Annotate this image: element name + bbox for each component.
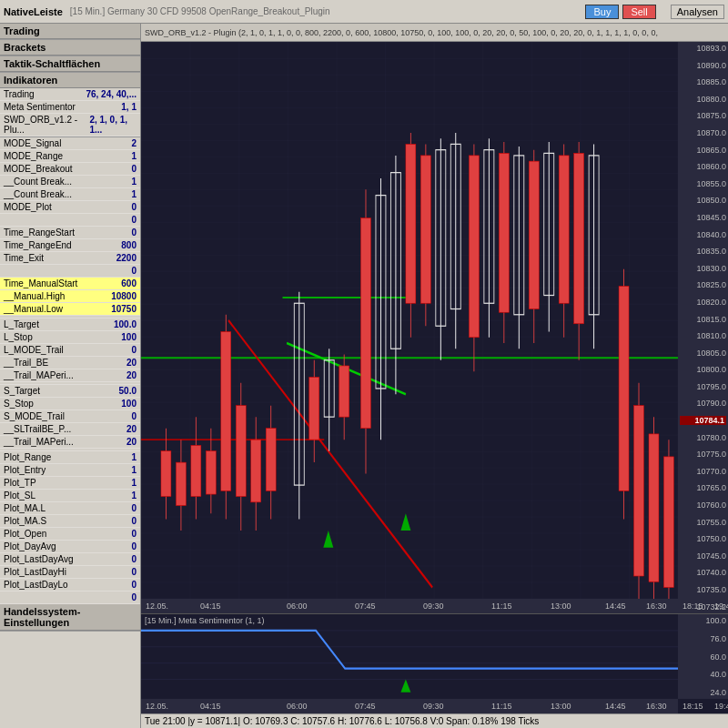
sidebar-title-taktik: Taktik-Schaltflächen [0, 56, 140, 72]
status-bar: Tue 21:00 |y = 10871.1| O: 10769.3 C: 10… [141, 713, 728, 728]
param-empty2: 0 [0, 265, 140, 278]
param-plot-tp[interactable]: Plot_TP1 [0, 477, 140, 490]
param-time-exit[interactable]: Time_Exit2200 [0, 252, 140, 265]
price-axis: 10893.0 10890.0 10885.0 10880.0 10875.0 … [678, 42, 728, 613]
svg-rect-58 [559, 156, 569, 303]
svg-rect-40 [420, 156, 430, 303]
param-mode-breakout[interactable]: MODE_Breakout0 [0, 163, 140, 176]
param-plot-open[interactable]: Plot_Open0 [0, 528, 140, 541]
sell-button[interactable]: Sell [622, 5, 655, 19]
sidebar: Trading Brackets Taktik-Schaltflächen In… [0, 24, 141, 728]
sidebar-title-brackets: Brackets [0, 40, 140, 56]
sub-price-axis: 100.0 76.0 60.0 40.0 24.0 [678, 614, 728, 699]
param-trail-maperi-1[interactable]: __Trail_MAPeri...20 [0, 369, 140, 382]
sidebar-title-handelssystem: Handelssystem-Einstellungen [0, 604, 140, 631]
sidebar-title-trading: Trading [0, 24, 140, 39]
sub-chart-svg [141, 614, 678, 699]
svg-rect-18 [236, 406, 246, 497]
svg-rect-30 [339, 366, 349, 417]
window-title: [15 Min.] Germany 30 CFD 99508 OpenRange… [70, 6, 330, 16]
param-s-stop[interactable]: S_Stop100 [0, 398, 140, 410]
param-empty6: 0 [0, 592, 140, 604]
param-time-manualstart[interactable]: Time_ManualStart600 [0, 278, 140, 290]
sidebar-indicator-params: MODE_Signal2 MODE_Range1 MODE_Breakout0 … [0, 137, 140, 604]
svg-rect-12 [191, 445, 201, 496]
svg-rect-32 [360, 218, 370, 429]
app: NativeLeiste [15 Min.] Germany 30 CFD 99… [0, 0, 728, 728]
param-time-rangeend[interactable]: Time_RangeEnd800 [0, 239, 140, 252]
svg-rect-46 [469, 156, 479, 338]
current-price: 10784.1 [680, 416, 726, 425]
sub-time-axis: 12.05. 04:15 06:00 07:45 09:30 11:15 13:… [141, 699, 678, 713]
sidebar-section-indikatoren: Indikatoren Trading 76, 24, 40,... Meta … [0, 73, 140, 137]
param-trail-be[interactable]: __Trail_BE20 [0, 357, 140, 369]
svg-rect-26 [309, 377, 319, 440]
buy-button[interactable]: Buy [585, 5, 619, 19]
param-s-mode-trail[interactable]: S_MODE_Trail0 [0, 410, 140, 423]
svg-rect-10 [176, 462, 186, 505]
param-plot-mas[interactable]: Plot_MA.S0 [0, 515, 140, 528]
svg-rect-14 [206, 451, 216, 494]
param-plot-lastdayavg[interactable]: Plot_LastDayAvg0 [0, 553, 140, 566]
svg-rect-50 [499, 153, 509, 312]
sidebar-section-trading: Trading [0, 24, 140, 40]
chart-header: SWD_ORB_v1.2 - Plugin (2, 1, 0, 1, 1, 0,… [141, 24, 728, 42]
param-s-target[interactable]: S_Target50.0 [0, 385, 140, 398]
param-count-break-2[interactable]: __Count Break...1 [0, 188, 140, 201]
sidebar-section-brackets: Brackets [0, 40, 140, 56]
param-manual-high[interactable]: __Manual.High10800 [0, 290, 140, 303]
param-plot-mal[interactable]: Plot_MA.L0 [0, 502, 140, 515]
param-l-mode-trail[interactable]: L_MODE_Trail0 [0, 344, 140, 357]
svg-rect-54 [529, 161, 539, 308]
sidebar-item-trading[interactable]: Trading 76, 24, 40,... [0, 88, 140, 101]
param-plot-range[interactable]: Plot_Range1 [0, 451, 140, 464]
status-text: Tue 21:00 |y = 10871.1| O: 10769.3 C: 10… [145, 716, 539, 726]
sidebar-title-indikatoren: Indikatoren [0, 73, 140, 88]
sidebar-item-meta-sentimentor[interactable]: Meta Sentimentor 1, 1 [0, 101, 140, 114]
param-plot-dayavg[interactable]: Plot_DayAvg0 [0, 541, 140, 553]
param-mode-signal[interactable]: MODE_Signal2 [0, 137, 140, 150]
param-plot-sl[interactable]: Plot_SL1 [0, 490, 140, 502]
svg-rect-20 [251, 440, 261, 502]
svg-rect-64 [619, 287, 629, 491]
svg-rect-70 [663, 457, 673, 588]
param-l-target[interactable]: L_Target100.0 [0, 318, 140, 331]
param-mode-plot[interactable]: MODE_Plot0 [0, 201, 140, 214]
param-empty1: 0 [0, 214, 140, 227]
chart-area: SWD_ORB_v1.2 - Plugin (2, 1, 0, 1, 1, 0,… [141, 24, 728, 728]
param-sltrailbe[interactable]: __SLTrailBE_P...20 [0, 423, 140, 436]
analysen-tab[interactable]: Analysen [671, 5, 724, 19]
time-axis: 12.05. 04:15 06:00 07:45 09:30 11:15 13:… [141, 599, 678, 613]
sidebar-item-swd-orb[interactable]: SWD_ORB_v1.2 - Plu... 2, 1, 0, 1, 1... [0, 114, 140, 136]
param-plot-lastdayhi[interactable]: Plot_LastDayHi0 [0, 566, 140, 579]
param-trail-maperi-2[interactable]: __Trail_MAPeri...20 [0, 436, 140, 449]
sidebar-section-taktik: Taktik-Schaltflächen [0, 56, 140, 73]
charts-container: 10893.0 10890.0 10885.0 10880.0 10875.0 … [141, 42, 728, 713]
candlestick-chart [141, 42, 678, 599]
main-container: Trading Brackets Taktik-Schaltflächen In… [0, 24, 728, 728]
chart-header-indicator: SWD_ORB_v1.2 - Plugin (2, 1, 0, 1, 1, 0,… [145, 28, 658, 37]
svg-rect-60 [574, 153, 584, 323]
param-plot-lastdaylo[interactable]: Plot_LastDayLo0 [0, 579, 140, 592]
param-manual-low[interactable]: __Manual.Low10750 [0, 303, 140, 316]
svg-rect-66 [634, 406, 644, 576]
svg-rect-22 [266, 429, 276, 491]
svg-rect-1 [141, 42, 678, 599]
toolbar: NativeLeiste [15 Min.] Germany 30 CFD 99… [0, 0, 728, 24]
svg-rect-38 [406, 144, 416, 303]
sub-chart-title: [15 Min.] Meta Sentimentor (1, 1) [145, 616, 265, 625]
param-count-break-1[interactable]: __Count Break...1 [0, 176, 140, 188]
param-time-rangestart[interactable]: Time_RangeStart0 [0, 227, 140, 239]
svg-rect-8 [161, 451, 171, 497]
main-chart[interactable]: 10893.0 10890.0 10885.0 10880.0 10875.0 … [141, 42, 728, 613]
param-plot-entry[interactable]: Plot_Entry1 [0, 464, 140, 477]
svg-rect-71 [141, 614, 678, 699]
chart-canvas [141, 42, 678, 599]
param-mode-range[interactable]: MODE_Range1 [0, 150, 140, 163]
sub-chart: [15 Min.] Meta Sentimentor (1, 1) [141, 613, 728, 713]
svg-rect-16 [221, 331, 231, 490]
sidebar-section-handelssystem: Handelssystem-Einstellungen [0, 604, 140, 632]
svg-rect-68 [649, 434, 659, 581]
sub-chart-canvas [141, 614, 678, 699]
param-l-stop[interactable]: L_Stop100 [0, 331, 140, 344]
